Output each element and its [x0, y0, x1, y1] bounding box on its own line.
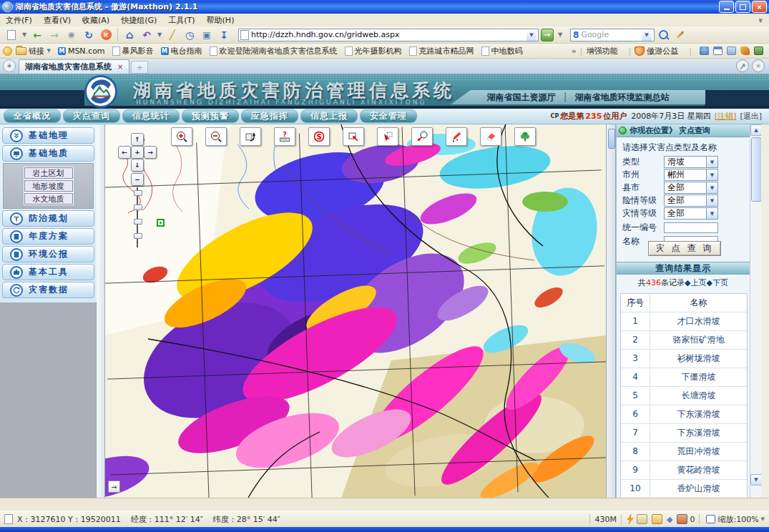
forward-icon[interactable]: →: [46, 27, 63, 42]
map-pan-left-button[interactable]: ←: [118, 146, 131, 159]
magic-wand-icon[interactable]: ╱: [164, 27, 181, 42]
window-layout-icon[interactable]: [713, 46, 723, 55]
map-measure-button[interactable]: ?: [274, 127, 295, 146]
map-zoom-slider[interactable]: [134, 187, 141, 247]
minimize-button[interactable]: [719, 1, 734, 13]
link-welcome-system[interactable]: 欢迎登陆湖南省地质灾害信息系统: [210, 46, 338, 56]
table-row[interactable]: 10香炉山滑坡: [621, 480, 747, 498]
submenu-hydrogeology[interactable]: 水文地质: [24, 193, 73, 205]
page-scrollbar[interactable]: ▲ ▼: [750, 124, 761, 498]
maxthon-charity-button[interactable]: 傲游公益: [635, 46, 678, 56]
link-zhongdi[interactable]: 中地数码: [481, 46, 523, 56]
map-pan-right-button[interactable]: →: [144, 146, 157, 159]
menu-view[interactable]: 查看(V): [38, 14, 77, 27]
link-radio[interactable]: M电台指南: [161, 46, 202, 56]
new-folder-icon[interactable]: [652, 514, 662, 524]
sidebar-item-environment-bulletin[interactable]: 环境公报: [2, 246, 94, 262]
prev-page-link[interactable]: ◆上页: [685, 278, 706, 287]
zoom-slider-handle[interactable]: [134, 190, 142, 196]
undo-icon[interactable]: ↶: [138, 27, 155, 42]
nav-tab-security[interactable]: 安全管理: [360, 109, 417, 123]
zoom-level[interactable]: 缩放:100%: [717, 514, 758, 525]
logout-link[interactable]: [注销]: [715, 111, 737, 122]
submenu-terrain-slope[interactable]: 地形坡度: [24, 180, 73, 192]
menu-tools[interactable]: 工具(T): [162, 14, 200, 27]
disaster-level-select[interactable]: 全部▼: [664, 207, 718, 220]
chevron-down-icon[interactable]: ▼: [706, 182, 717, 193]
dept-link-geo-monitoring[interactable]: 湖南省地质环境监测总站: [575, 92, 670, 104]
type-select[interactable]: 滑坡▼: [664, 156, 718, 168]
new-tab-button[interactable]: +: [131, 61, 148, 74]
highlight-pen-icon[interactable]: [672, 27, 689, 42]
download-icon[interactable]: ↧: [215, 27, 232, 42]
link-photo[interactable]: 光年摄影机构: [345, 46, 402, 56]
skin-icon[interactable]: [754, 46, 763, 55]
table-row[interactable]: 3衫树垅滑坡: [621, 350, 747, 368]
image-blocker-icon[interactable]: [677, 514, 687, 524]
link-pair-icon[interactable]: ▣: [198, 27, 215, 42]
undo-dropdown-icon[interactable]: ▼: [155, 27, 164, 42]
links-folder[interactable]: 链接 ▼: [16, 46, 51, 56]
nav-tab-province-overview[interactable]: 全省概况: [4, 109, 61, 123]
next-page-link[interactable]: ◆下页: [707, 278, 728, 287]
notes-icon[interactable]: [727, 46, 736, 55]
map-pan-button[interactable]: [240, 127, 261, 146]
search-icon[interactable]: [655, 27, 672, 42]
restore-button[interactable]: [735, 1, 750, 13]
sidebar-item-prevention-planning[interactable]: 防治规划: [2, 210, 94, 227]
nav-tab-forecast-warning[interactable]: 预测预警: [182, 109, 239, 123]
sidebar-map-splitter[interactable]: [97, 124, 105, 498]
search-dropdown-icon[interactable]: ▼: [642, 29, 652, 41]
sidebar-item-base-geography[interactable]: 基础地理: [2, 127, 94, 144]
filter-diamond-icon[interactable]: ◆: [667, 515, 672, 524]
table-row[interactable]: 2骆家恒矿滑地: [621, 331, 747, 350]
brush-icon[interactable]: [740, 46, 750, 55]
risk-level-select[interactable]: 全部▼: [664, 194, 718, 207]
page-frame-icon[interactable]: [706, 515, 715, 523]
map-zoom-in-button[interactable]: [171, 127, 192, 146]
nav-tab-disaster-query[interactable]: 灾点查询: [63, 109, 120, 123]
refresh-icon[interactable]: ↻: [80, 27, 97, 42]
address-dropdown-icon[interactable]: ▼: [526, 29, 537, 41]
map-center-button[interactable]: +: [131, 146, 144, 159]
table-row[interactable]: 5长塘滑坡: [621, 387, 747, 405]
map-clear-button[interactable]: S: [308, 127, 330, 146]
table-row[interactable]: 6下东溪滑坡: [621, 405, 747, 424]
map-panel-splitter[interactable]: [606, 124, 616, 498]
favorites-star-icon[interactable]: ★: [3, 59, 16, 72]
table-row[interactable]: 1才口水滑坡: [621, 312, 747, 331]
chevron-down-icon[interactable]: ▼: [706, 157, 717, 167]
dept-link-land-resources[interactable]: 湖南省国土资源厅: [486, 92, 555, 104]
map-pan-down-button[interactable]: ↓: [131, 159, 144, 172]
map-layer-tree-button[interactable]: [514, 127, 536, 146]
boost-lightning-icon[interactable]: [626, 514, 635, 524]
map-panel-expand-button[interactable]: →: [108, 481, 120, 493]
tab-list-close-icon[interactable]: ×: [752, 59, 765, 72]
table-row[interactable]: 9黄花岭滑坡: [621, 461, 747, 480]
sidebar-item-base-geology[interactable]: 基础地质: [2, 145, 94, 162]
county-select[interactable]: 全部▼: [664, 182, 718, 194]
map-viewport[interactable]: ? S ↑ ← + → ↓ − →: [105, 124, 606, 498]
nav-tab-statistics[interactable]: 信息统计: [122, 109, 180, 123]
chevron-down-icon[interactable]: ▼: [706, 195, 717, 206]
address-bar[interactable]: http://dzzh.hndh.gov.cn/gridweb.aspx ▼: [238, 29, 539, 41]
menu-overflow-chevron-icon[interactable]: »: [756, 17, 765, 22]
nav-tab-emergency[interactable]: 应急指挥: [241, 109, 298, 123]
go-dropdown-icon[interactable]: ▼: [556, 27, 564, 42]
uniform-code-input[interactable]: [664, 222, 718, 233]
map-zoom-out-button[interactable]: [205, 127, 227, 146]
scroll-down-icon[interactable]: ▼: [750, 474, 762, 486]
search-engine-name[interactable]: Google: [581, 30, 609, 39]
map-erase-button[interactable]: [480, 127, 501, 146]
menu-groups[interactable]: 快捷组(G): [115, 14, 162, 27]
search-box[interactable]: 8 Google ▼: [570, 29, 655, 41]
map-zoom-minus-button[interactable]: −: [131, 173, 144, 186]
chevron-down-icon[interactable]: ▼: [706, 169, 717, 180]
table-row[interactable]: 8荒田冲滑坡: [621, 443, 747, 461]
url-text[interactable]: http://dzzh.hndh.gov.cn/gridweb.aspx: [251, 30, 399, 39]
link-city[interactable]: 克路城市精品网: [409, 46, 474, 56]
scrollbar-thumb[interactable]: [751, 137, 762, 202]
nav-tab-report[interactable]: 信息上报: [300, 109, 358, 123]
close-button[interactable]: ×: [752, 1, 767, 13]
sidebar-item-annual-plan[interactable]: 年度方案: [2, 228, 94, 245]
